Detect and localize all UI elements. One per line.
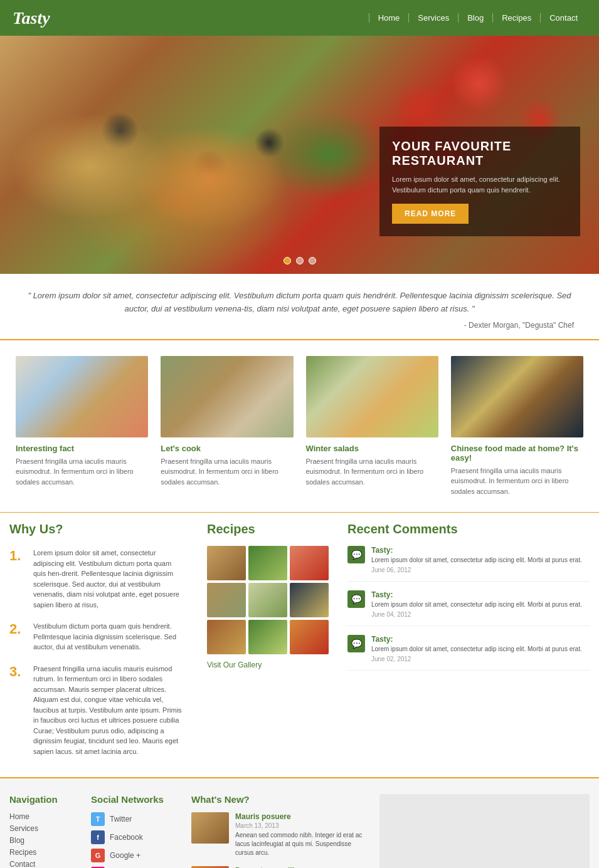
hero-dot-3[interactable] — [309, 257, 316, 264]
news-title-1[interactable]: Mauris posuere — [235, 812, 367, 821]
news-desc-1: Aenean sed commodo nibh. Integer id erat… — [235, 831, 367, 857]
twitter-icon: T — [91, 812, 105, 826]
recipe-thumb-2[interactable] — [248, 546, 287, 580]
comment-icon-2: 💬 — [347, 590, 365, 608]
main-nav: Home Services Blog Recipes Contact — [369, 13, 586, 23]
hero-dot-1[interactable] — [284, 257, 291, 264]
visit-gallery-link[interactable]: Visit Our Gallery — [207, 661, 329, 669]
food-card-2-image — [161, 356, 293, 437]
footer-nav-recipes[interactable]: Recipes — [9, 848, 78, 857]
food-card-2-title: Let's cook — [161, 444, 293, 453]
why-us-title: Why Us? — [9, 522, 185, 536]
comment-item-1: 💬 Tasty: Lorem ipsum dolor sit amet, con… — [347, 546, 590, 582]
why-text-2: Vestibulum dictum porta quam quis hendre… — [33, 621, 185, 652]
comment-date-3: June 02, 2012 — [371, 656, 590, 662]
recipe-thumb-9[interactable] — [290, 620, 329, 654]
nav-home[interactable]: Home — [369, 13, 410, 23]
hero-dots — [284, 257, 316, 264]
nav-contact[interactable]: Contact — [541, 13, 586, 23]
footer-nav-home[interactable]: Home — [9, 812, 78, 821]
comment-icon-1: 💬 — [347, 546, 365, 563]
comment-icon-3: 💬 — [347, 635, 365, 652]
news-item-1: Mauris posuere March 13, 2013 Aenean sed… — [191, 812, 367, 857]
nav-blog[interactable]: Blog — [459, 13, 493, 23]
recipe-grid — [207, 546, 329, 654]
food-card-4-image — [451, 356, 583, 437]
comment-date-1: June 06, 2012 — [371, 567, 590, 573]
twitter-label[interactable]: Twitter — [110, 815, 132, 824]
social-twitter: T Twitter — [91, 812, 179, 826]
google-label[interactable]: Google + — [110, 851, 140, 860]
food-card-3-title: Winter salads — [306, 444, 438, 453]
food-card-4: Chinese food made at home? It's easy! Pr… — [445, 356, 590, 497]
nav-recipes[interactable]: Recipes — [493, 13, 541, 23]
food-card-3: Winter salads Praesent fringilla urna ia… — [300, 356, 445, 497]
comments-section: Recent Comments 💬 Tasty: Lorem ipsum dol… — [338, 522, 590, 768]
recipes-title: Recipes — [207, 522, 329, 536]
why-number-2: 2. — [9, 621, 27, 652]
comment-content-3: Tasty: Lorem ipsum dolor sit amet, conse… — [371, 635, 590, 662]
logo: Tasty — [13, 8, 50, 28]
social-google: G Google + — [91, 849, 179, 862]
comment-content-1: Tasty: Lorem ipsum dolor sit amet, conse… — [371, 546, 590, 573]
comment-author-1: Tasty: — [371, 546, 590, 555]
why-text-1: Lorem ipsum dolor sit amet, consectetur … — [33, 548, 185, 610]
footer-nav-blog[interactable]: Blog — [9, 836, 78, 845]
food-cards-section: Interesting fact Praesent fringilla urna… — [0, 340, 599, 513]
footer-news: What's New? Mauris posuere March 13, 201… — [191, 794, 367, 868]
why-number-1: 1. — [9, 548, 27, 610]
facebook-label[interactable]: Facebook — [110, 833, 143, 842]
why-item-1: 1. Lorem ipsum dolor sit amet, consectet… — [9, 548, 185, 610]
food-card-2: Let's cook Praesent fringilla urna iacul… — [154, 356, 299, 497]
hero-read-more-button[interactable]: READ MORE — [392, 204, 469, 224]
food-card-1: Interesting fact Praesent fringilla urna… — [9, 356, 154, 497]
footer-nav: Navigation Home Services Blog Recipes Co… — [9, 794, 78, 868]
why-item-3: 3. Praesent fringilla urna iaculis mauri… — [9, 664, 185, 757]
food-card-3-desc: Praesent fringilla urna iaculis mauris e… — [306, 456, 438, 488]
quote-author: - Dexter Morgan, "Degusta" Chef — [25, 321, 574, 330]
food-card-4-title: Chinese food made at home? It's easy! — [451, 444, 583, 463]
news-thumb-1 — [191, 812, 229, 844]
food-card-1-desc: Praesent fringilla urna iaculis mauris e… — [16, 456, 148, 488]
food-card-1-title: Interesting fact — [16, 444, 148, 453]
news-date-1: March 13, 2013 — [235, 822, 367, 829]
recipe-thumb-4[interactable] — [207, 583, 246, 617]
nav-services[interactable]: Services — [409, 13, 459, 23]
social-facebook: f Facebook — [91, 830, 179, 844]
footer-top: Navigation Home Services Blog Recipes Co… — [0, 777, 599, 868]
recipe-thumb-6[interactable] — [290, 583, 329, 617]
recipe-thumb-1[interactable] — [207, 546, 246, 580]
comment-text-1: Lorem ipsum dolor sit amet, consectetur … — [371, 556, 590, 565]
hero-dot-2[interactable] — [296, 257, 304, 264]
comment-author-3: Tasty: — [371, 635, 590, 644]
comment-content-2: Tasty: Lorem ipsum dolor sit amet, conse… — [371, 590, 590, 618]
widget-placeholder — [379, 794, 590, 868]
hero-description: Lorem ipsum dolor sit amet, consectetur … — [392, 174, 568, 195]
footer-social: Social Networks T Twitter f Facebook G G… — [91, 794, 179, 868]
recipes-section: Recipes Visit Our Gallery — [198, 522, 338, 768]
why-text-3: Praesent fringilla urna iaculis mauris e… — [33, 664, 185, 757]
comment-date-2: June 04, 2012 — [371, 611, 590, 618]
comments-title: Recent Comments — [347, 522, 590, 536]
footer-widget — [379, 794, 590, 868]
google-icon: G — [91, 849, 105, 862]
footer-nav-contact[interactable]: Contact — [9, 860, 78, 868]
food-card-2-desc: Praesent fringilla urna iaculis mauris e… — [161, 456, 293, 488]
footer-nav-services[interactable]: Services — [9, 824, 78, 833]
food-card-4-desc: Praesent fringilla urna iaculis mauris e… — [451, 466, 583, 497]
comment-item-2: 💬 Tasty: Lorem ipsum dolor sit amet, con… — [347, 590, 590, 626]
news-content-1: Mauris posuere March 13, 2013 Aenean sed… — [235, 812, 367, 857]
comment-author-2: Tasty: — [371, 590, 590, 599]
hero-title: YOUR FAVOURITE RESTAURANT — [392, 139, 568, 168]
recipe-thumb-3[interactable] — [290, 546, 329, 580]
comment-text-3: Lorem ipsum dolor sit amet, consectetur … — [371, 645, 590, 654]
footer-social-title: Social Networks — [91, 794, 179, 805]
why-us-section: Why Us? 1. Lorem ipsum dolor sit amet, c… — [9, 522, 198, 768]
recipe-thumb-5[interactable] — [248, 583, 287, 617]
recipe-thumb-8[interactable] — [248, 620, 287, 654]
why-item-2: 2. Vestibulum dictum porta quam quis hen… — [9, 621, 185, 652]
recipe-thumb-7[interactable] — [207, 620, 246, 654]
main-content: Why Us? 1. Lorem ipsum dolor sit amet, c… — [0, 512, 599, 777]
hero-section: YOUR FAVOURITE RESTAURANT Lorem ipsum do… — [0, 36, 599, 274]
why-number-3: 3. — [9, 664, 27, 757]
